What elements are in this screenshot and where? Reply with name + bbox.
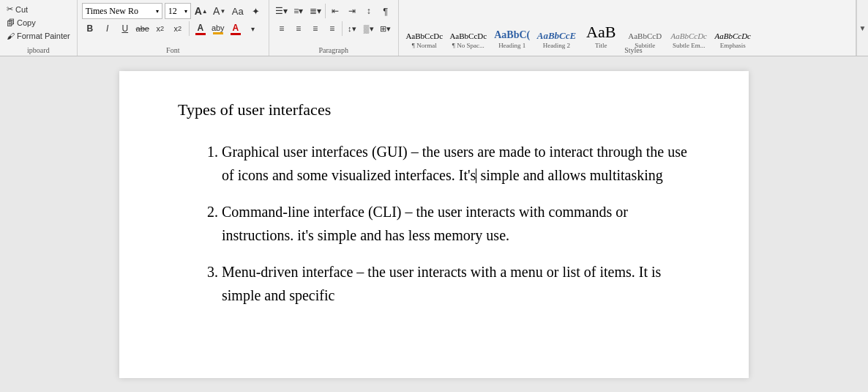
style-no-spacing[interactable]: AaBbCcDc ¶ No Spac... bbox=[447, 4, 490, 51]
align-center-button[interactable]: ≡ bbox=[291, 21, 307, 37]
list-item[interactable]: Graphical user interfaces (GUI) – the us… bbox=[222, 140, 690, 187]
decrease-indent-button[interactable]: ⇤ bbox=[327, 3, 343, 19]
text-effects-button[interactable]: ▾ bbox=[245, 21, 261, 37]
bullets-button[interactable]: ☰▾ bbox=[274, 3, 290, 19]
document-list: Graphical user interfaces (GUI) – the us… bbox=[178, 140, 690, 307]
font-panel: Times New Ro ▾ 12 ▾ A▲ A▼ Aa ✦ B I U bbox=[78, 0, 269, 56]
style-emphasis[interactable]: AaBbCcDc Emphasis bbox=[711, 4, 754, 51]
style-subtitle[interactable]: AaBbCcD Subtitle bbox=[624, 4, 666, 51]
styles-scroll-down[interactable]: ▼ bbox=[856, 0, 868, 56]
multilevel-list-button[interactable]: ≣▾ bbox=[307, 3, 323, 19]
font-color-button2[interactable]: A bbox=[228, 21, 244, 37]
app-window: ✂ Cut 🗐 Copy 🖌 Format Painter ipboard bbox=[0, 0, 868, 392]
style-heading2[interactable]: AaBbCcE Heading 2 bbox=[535, 4, 578, 51]
sort-button[interactable]: ↕ bbox=[361, 3, 377, 19]
underline-button[interactable]: U bbox=[117, 21, 133, 37]
cut-button[interactable]: ✂ Cut bbox=[4, 3, 30, 15]
highlight-button[interactable]: aby bbox=[210, 21, 226, 37]
copy-icon: 🗐 bbox=[7, 18, 15, 27]
styles-gallery: AaBbCcDc ¶ Normal AaBbCcDc ¶ No Spac... … bbox=[399, 0, 856, 56]
font-size-arrow: ▾ bbox=[184, 8, 187, 15]
italic-button[interactable]: I bbox=[100, 21, 116, 37]
show-hide-button[interactable]: ¶ bbox=[378, 3, 394, 19]
style-title[interactable]: AaB Title bbox=[580, 4, 622, 51]
line-spacing-button[interactable]: ↕▾ bbox=[344, 21, 360, 37]
font-name-arrow: ▾ bbox=[156, 8, 159, 15]
style-normal[interactable]: AaBbCcDc ¶ Normal bbox=[403, 4, 446, 51]
text-color-button[interactable]: A bbox=[192, 21, 209, 37]
numbering-button[interactable]: ≡▾ bbox=[291, 3, 307, 19]
increase-indent-button[interactable]: ⇥ bbox=[344, 3, 360, 19]
font-name-dropdown[interactable]: Times New Ro ▾ bbox=[82, 3, 162, 19]
superscript-button[interactable]: x2 bbox=[170, 21, 186, 37]
document-area: Types of user interfaces Graphical user … bbox=[0, 56, 868, 392]
document-title[interactable]: Types of user interfaces bbox=[178, 100, 690, 119]
clipboard-panel: ✂ Cut 🗐 Copy 🖌 Format Painter ipboard bbox=[0, 0, 78, 56]
cut-icon: ✂ bbox=[7, 4, 13, 14]
document-page: Types of user interfaces Graphical user … bbox=[119, 71, 749, 378]
font-size-dropdown[interactable]: 12 ▾ bbox=[165, 3, 191, 19]
bold-button[interactable]: B bbox=[82, 21, 98, 37]
format-painter-icon: 🖌 bbox=[7, 32, 15, 40]
styles-section: AaBbCcDc ¶ Normal AaBbCcDc ¶ No Spac... … bbox=[399, 0, 868, 56]
change-case-button[interactable]: Aa bbox=[230, 3, 246, 19]
clipboard-label: ipboard bbox=[0, 46, 77, 54]
decrease-font-button[interactable]: A▼ bbox=[212, 3, 228, 19]
format-painter-button[interactable]: 🖌 Format Painter bbox=[4, 30, 72, 42]
strikethrough-button[interactable]: abe bbox=[135, 21, 151, 37]
copy-button[interactable]: 🗐 Copy bbox=[4, 17, 38, 29]
align-right-button[interactable]: ≡ bbox=[307, 21, 323, 37]
list-item[interactable]: Menu-driven interface – the user interac… bbox=[222, 260, 690, 307]
style-subtle-em[interactable]: AaBbCcDc Subtle Em... bbox=[667, 4, 710, 51]
paragraph-label: Paragraph bbox=[269, 46, 398, 54]
subscript-button[interactable]: x2 bbox=[152, 21, 168, 37]
toolbar: ✂ Cut 🗐 Copy 🖌 Format Painter ipboard bbox=[0, 0, 868, 56]
align-left-button[interactable]: ≡ bbox=[274, 21, 290, 37]
borders-button[interactable]: ⊞▾ bbox=[378, 21, 394, 37]
increase-font-button[interactable]: A▲ bbox=[193, 3, 209, 19]
font-label: Font bbox=[78, 46, 269, 54]
justify-button[interactable]: ≡ bbox=[324, 21, 340, 37]
shading-button[interactable]: ▒▾ bbox=[361, 21, 377, 37]
list-item[interactable]: Command-line interface (CLI) – the user … bbox=[222, 200, 690, 247]
paragraph-panel: ☰▾ ≡▾ ≣▾ ⇤ ⇥ ↕ ¶ ≡ ≡ ≡ ≡ ↕▾ ▒▾ ⊞▾ Paragr… bbox=[269, 0, 399, 56]
style-heading1[interactable]: AaBbC( Heading 1 bbox=[491, 4, 534, 51]
clear-format-button[interactable]: ✦ bbox=[248, 3, 264, 19]
